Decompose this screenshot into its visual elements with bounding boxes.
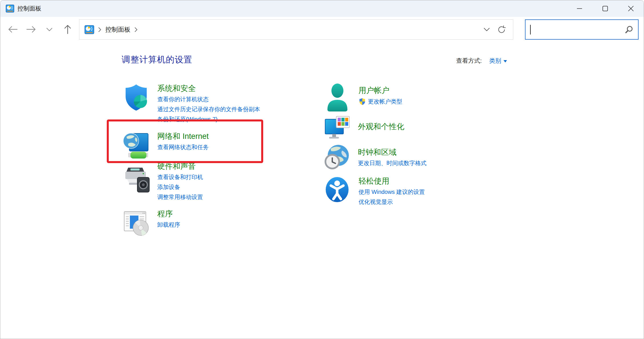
category-title[interactable]: 时钟和区域 <box>358 148 426 157</box>
link-add-device[interactable]: 添加设备 <box>157 184 203 190</box>
close-button[interactable] <box>618 0 644 17</box>
up-button[interactable] <box>60 19 76 40</box>
view-by-label: 查看方式: <box>456 57 482 65</box>
link-adjust-mobility-settings[interactable]: 调整常用移动设置 <box>157 194 203 200</box>
content-area: 调整计算机的设置 查看方式: 类别 系统和安全 <box>0 43 644 339</box>
nav-buttons <box>5 19 76 40</box>
category-hardware-sound: 硬件和声音 查看设备和打印机 添加设备 调整常用移动设置 <box>123 162 203 204</box>
hardware-sound-icon[interactable] <box>123 167 150 194</box>
link-file-history-backup[interactable]: 通过文件历史记录保存你的文件备份副本 <box>157 106 260 113</box>
link-view-devices-printers[interactable]: 查看设备和打印机 <box>157 174 203 180</box>
ease-of-access-icon[interactable] <box>325 176 349 203</box>
category-title[interactable]: 用户帐户 <box>359 86 402 95</box>
maximize-icon <box>602 5 608 12</box>
link-suggested-settings[interactable]: 使用 Windows 建议的设置 <box>359 188 425 195</box>
maximize-button[interactable] <box>592 0 618 17</box>
link-change-date-time-formats[interactable]: 更改日期、时间或数字格式 <box>358 160 426 167</box>
link-uninstall-program[interactable]: 卸载程序 <box>157 221 180 228</box>
navigation-bar: 控制面板 <box>0 17 644 43</box>
category-title[interactable]: 硬件和声音 <box>157 162 203 171</box>
recent-locations-button[interactable] <box>41 19 57 40</box>
titlebar: 控制面板 <box>0 0 644 17</box>
window-title: 控制面板 <box>17 5 41 13</box>
category-appearance-personalization: 外观和个性化 <box>324 116 404 141</box>
refresh-icon <box>497 25 506 34</box>
search-input[interactable] <box>531 24 625 35</box>
search-box[interactable] <box>525 19 639 40</box>
link-view-network-status[interactable]: 查看网络状态和任务 <box>157 144 209 151</box>
link-optimize-visual-display[interactable]: 优化视觉显示 <box>359 198 425 205</box>
category-title[interactable]: 网络和 Internet <box>157 132 209 141</box>
arrow-up-icon <box>64 24 72 34</box>
address-bar[interactable]: 控制面板 <box>79 19 513 40</box>
category-title[interactable]: 轻松使用 <box>359 176 425 186</box>
category-clock-region: 时钟和区域 更改日期、时间或数字格式 <box>324 144 426 171</box>
network-internet-icon[interactable] <box>123 130 149 160</box>
back-button[interactable] <box>5 19 21 40</box>
address-dropdown-button[interactable] <box>479 21 494 38</box>
category-user-accounts: 用户帐户 更改帐户类型 <box>325 82 402 113</box>
control-panel-window: 控制面板 <box>0 0 644 339</box>
breadcrumb-control-panel[interactable]: 控制面板 <box>105 25 130 34</box>
clock-region-icon[interactable] <box>324 144 350 170</box>
close-icon <box>628 5 634 12</box>
category-programs: 程序 卸载程序 <box>123 209 180 238</box>
category-title[interactable]: 系统和安全 <box>157 84 260 93</box>
category-ease-of-access: 轻松使用 使用 Windows 建议的设置 优化视觉显示 <box>325 176 425 208</box>
link-backup-restore-win7[interactable]: 备份和还原(Windows 7) <box>157 116 260 123</box>
chevron-down-icon <box>46 27 53 32</box>
category-system-security: 系统和安全 查看你的计算机状态 通过文件历史记录保存你的文件备份副本 备份和还原… <box>123 83 260 126</box>
view-by-value[interactable]: 类别 <box>489 57 501 65</box>
arrow-right-icon <box>26 26 37 33</box>
programs-disc-icon[interactable] <box>123 210 150 237</box>
view-by-control: 查看方式: 类别 <box>456 57 507 65</box>
user-accounts-icon[interactable] <box>325 82 350 112</box>
security-shield-icon[interactable] <box>123 84 149 112</box>
search-icon[interactable] <box>625 25 633 34</box>
control-panel-icon <box>84 25 94 34</box>
refresh-button[interactable] <box>494 21 509 38</box>
control-panel-icon <box>6 4 14 13</box>
category-title[interactable]: 程序 <box>157 209 180 219</box>
breadcrumb-chevron-icon[interactable] <box>134 27 138 32</box>
uac-shield-icon <box>359 98 366 105</box>
caret-down-icon[interactable] <box>504 60 507 62</box>
breadcrumb-chevron-icon[interactable] <box>98 27 101 32</box>
appearance-personalization-icon[interactable] <box>324 116 350 140</box>
minimize-button[interactable] <box>567 0 592 17</box>
page-title: 调整计算机的设置 <box>122 54 192 66</box>
window-controls <box>567 0 644 17</box>
category-network-internet: 网络和 Internet 查看网络状态和任务 <box>123 130 209 161</box>
category-title[interactable]: 外观和个性化 <box>358 122 404 131</box>
arrow-left-icon <box>7 26 18 33</box>
minimize-icon <box>576 5 583 12</box>
forward-button[interactable] <box>23 19 39 40</box>
link-change-account-type[interactable]: 更改帐户类型 <box>368 98 402 105</box>
link-view-computer-status[interactable]: 查看你的计算机状态 <box>157 96 260 103</box>
chevron-down-icon <box>483 27 490 32</box>
